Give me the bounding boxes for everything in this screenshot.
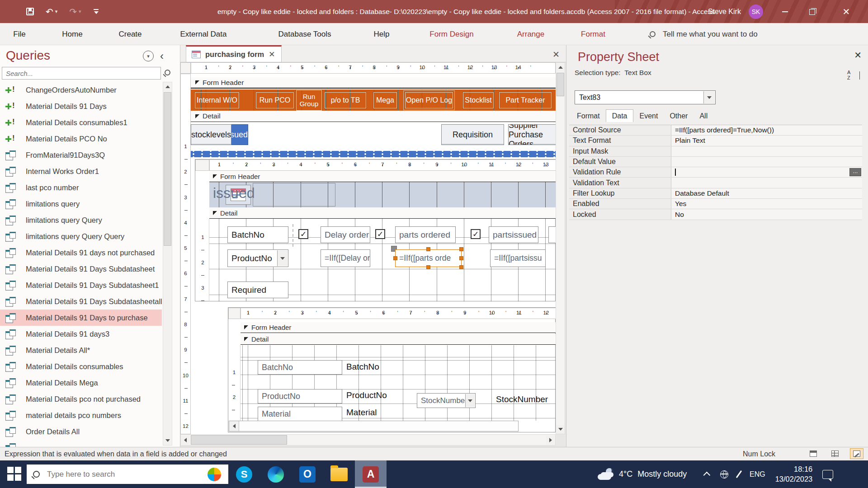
command-button[interactable]: Part Tracker: [499, 92, 552, 108]
ribbon-tab[interactable]: Arrange: [500, 23, 561, 45]
required-textbox[interactable]: Required: [227, 282, 288, 298]
skype-app-button[interactable]: S: [228, 460, 260, 488]
save-button[interactable]: [26, 8, 34, 15]
dropdown-button[interactable]: [703, 91, 715, 103]
list-item[interactable]: limitations query Query Query: [0, 228, 162, 244]
avatar[interactable]: SK: [749, 5, 763, 19]
property-row[interactable]: Validation Rule ...: [569, 167, 862, 178]
ribbon-tab[interactable]: Form Design: [410, 23, 494, 45]
list-item[interactable]: Material Details Mega: [0, 375, 162, 391]
ribbon-tab[interactable]: Create: [105, 23, 156, 45]
list-item[interactable]: ChangeOrdersAutoNumber: [0, 82, 162, 98]
ribbon-tab[interactable]: External Data: [164, 23, 243, 45]
scroll-down-icon[interactable]: [556, 425, 565, 434]
property-value[interactable]: Yes: [671, 199, 862, 209]
search-input[interactable]: [2, 67, 161, 80]
start-button[interactable]: [7, 467, 22, 481]
list-item[interactable]: Material Details 91 Days to purchase: [0, 310, 162, 326]
list-item[interactable]: material details pco numbers: [0, 407, 162, 423]
list-item[interactable]: Material Details consumables1: [0, 114, 162, 131]
resize-handle[interactable]: [459, 247, 463, 251]
form-header-section-bar[interactable]: Form Header: [191, 77, 556, 89]
resize-handle[interactable]: [459, 256, 463, 260]
hidden-icons-chevron[interactable]: [703, 472, 711, 479]
list-item[interactable]: Material Details PCO No: [0, 131, 162, 147]
form-nav-button[interactable]: Supplier Purchase Orders: [508, 124, 556, 145]
subform-horizontal-scrollbar[interactable]: [229, 421, 519, 432]
command-button[interactable]: p/o to TB: [325, 92, 366, 108]
property-tab[interactable]: Data: [606, 109, 634, 122]
expr-delay-textbox[interactable]: =IIf([Delay orde: [321, 249, 370, 267]
property-row[interactable]: Enabled Yes: [569, 199, 862, 209]
list-item[interactable]: limitations query: [0, 196, 162, 212]
close-button[interactable]: ✕: [835, 0, 858, 23]
list-item[interactable]: Material Details All*: [0, 342, 162, 358]
taskbar-search[interactable]: [27, 465, 228, 484]
property-value[interactable]: [671, 178, 862, 188]
selected-subform-border[interactable]: [191, 151, 556, 157]
stocknumber-combobox[interactable]: StockNumber: [417, 393, 476, 408]
property-row[interactable]: Validation Text: [569, 178, 862, 188]
partsissued-checkbox[interactable]: ✓: [471, 229, 481, 239]
signed-in-user[interactable]: Steve Kirk: [708, 0, 741, 23]
resize-handle[interactable]: [393, 256, 397, 260]
redo-button[interactable]: ↷▾: [69, 6, 81, 17]
list-item[interactable]: Material Details 91 Days Subdatasheet: [0, 261, 162, 277]
property-value[interactable]: No: [671, 209, 862, 219]
subform-horizontal-ruler[interactable]: 1 2 3 4 5 6 7 8: [241, 308, 556, 319]
form-nav-button[interactable]: stocklevels: [191, 124, 231, 145]
pen-input-icon[interactable]: [736, 470, 742, 478]
undo-button[interactable]: ↶▾: [46, 6, 57, 17]
file-explorer-button[interactable]: [323, 460, 355, 488]
canvas-vertical-scrollbar[interactable]: [556, 62, 565, 434]
tab-close-icon[interactable]: ✕: [269, 50, 275, 59]
canvas-horizontal-scrollbar[interactable]: [180, 434, 556, 446]
nav-scrollbar[interactable]: [163, 82, 172, 446]
scrollbar-thumb[interactable]: [191, 435, 287, 445]
scroll-up-icon[interactable]: [163, 82, 172, 91]
resize-handle[interactable]: [426, 265, 430, 269]
list-item[interactable]: Material Details pco not purchased: [0, 391, 162, 407]
list-item[interactable]: limitations query Query: [0, 212, 162, 228]
scrollbar-thumb[interactable]: [557, 73, 564, 96]
productno-textbox[interactable]: ProductNo: [258, 389, 342, 404]
scroll-right-icon[interactable]: [546, 435, 555, 445]
list-item[interactable]: last pco number: [0, 179, 162, 196]
form-view-button[interactable]: [807, 448, 820, 459]
material-textbox[interactable]: Material: [258, 407, 342, 421]
document-tab[interactable]: purchasing form ✕: [186, 45, 282, 62]
ribbon-tab[interactable]: Home: [51, 23, 94, 45]
command-button[interactable]: Internal W/O: [195, 92, 239, 108]
ribbon-tab[interactable]: Help: [359, 23, 404, 45]
ribbon-tab[interactable]: File: [6, 23, 33, 45]
list-item[interactable]: Material Details 91 days not purchased: [0, 244, 162, 261]
dropdown-button[interactable]: [465, 394, 475, 407]
property-value[interactable]: Database Default: [671, 188, 862, 198]
command-button[interactable]: Mega: [373, 92, 397, 108]
customize-qat-button[interactable]: [93, 9, 99, 14]
form-header-section-bar[interactable]: Form Header: [209, 171, 556, 182]
dropdown-button[interactable]: [277, 250, 288, 266]
expr-issued-textbox[interactable]: =IIf([partsissu: [490, 249, 546, 267]
outlook-app-button[interactable]: O: [292, 460, 323, 488]
list-item[interactable]: Material Details 91 Days: [0, 98, 162, 114]
tell-me-box[interactable]: Tell me what you want to do: [650, 23, 758, 45]
edge-app-button[interactable]: [260, 460, 292, 488]
list-item[interactable]: Order Details All: [0, 423, 162, 440]
scroll-left-icon[interactable]: [229, 421, 239, 431]
list-item[interactable]: Internal Works Order1: [0, 163, 162, 179]
property-row[interactable]: Control Source =IIf([parts ordered]=True…: [569, 125, 862, 136]
property-row[interactable]: Filter Lookup Database Default: [569, 188, 862, 199]
command-button[interactable]: Run Group: [296, 90, 322, 111]
notification-center-icon[interactable]: [822, 470, 833, 479]
property-tab[interactable]: All: [693, 110, 713, 122]
detail-section-bar[interactable]: Detail: [191, 111, 556, 122]
delay-order-checkbox[interactable]: ✓: [298, 229, 308, 239]
form-nav-button[interactable]: Requisition: [441, 124, 504, 145]
shutter-close-icon[interactable]: ‹: [160, 51, 164, 61]
property-tab[interactable]: Event: [633, 110, 664, 122]
vertical-ruler[interactable]: 1 2 3 4 5 6 7 8 9 10 11 12: [180, 74, 191, 434]
property-value[interactable]: [671, 157, 862, 167]
batchno-textbox[interactable]: BatchNo: [227, 226, 288, 243]
clock[interactable]: 18:16 13/02/2023: [775, 465, 813, 484]
